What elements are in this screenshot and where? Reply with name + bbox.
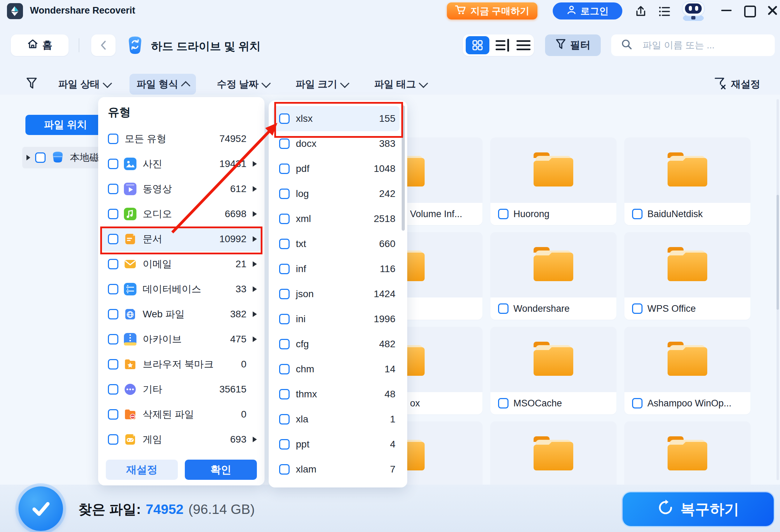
type-menu-item-아카이브[interactable]: 아카이브475 xyxy=(102,327,261,352)
checkbox[interactable] xyxy=(108,384,118,395)
folder-checkbox[interactable] xyxy=(632,398,643,408)
checkbox[interactable] xyxy=(279,439,290,450)
checkbox[interactable] xyxy=(279,289,290,299)
type-menu-item-삭제된 파일[interactable]: 삭제된 파일0 xyxy=(102,402,261,427)
login-button[interactable]: 로그인 xyxy=(553,2,622,19)
folder-card-ox[interactable]: ox xyxy=(407,327,482,414)
filter-chip-4[interactable]: 파일 태그 xyxy=(367,74,434,95)
checkbox[interactable] xyxy=(108,159,118,169)
extension-item-ppt[interactable]: ppt4 xyxy=(273,432,400,457)
submenu-scrollbar-thumb[interactable] xyxy=(402,105,405,231)
checkbox[interactable] xyxy=(279,339,290,349)
checkbox[interactable] xyxy=(279,389,290,399)
window-scrollbar-thumb[interactable] xyxy=(777,195,779,310)
folder-card-BaiduNetdisk[interactable]: BaiduNetdisk xyxy=(624,137,750,225)
expand-arrow-icon[interactable] xyxy=(26,155,30,160)
type-menu-item-동영상[interactable]: 동영상612 xyxy=(102,176,261,201)
checkbox[interactable] xyxy=(108,259,118,269)
reset-filters-button[interactable]: 재설정 xyxy=(714,74,760,95)
extension-item-xml[interactable]: xml2518 xyxy=(273,206,400,231)
list-detail-view-button[interactable] xyxy=(495,38,511,54)
folder-checkbox[interactable] xyxy=(498,303,509,314)
drive-tree-item[interactable]: 本地磁 xyxy=(22,147,104,168)
extension-item-txt[interactable]: txt660 xyxy=(273,231,400,256)
search-box[interactable] xyxy=(611,34,775,56)
type-menu-item-사진[interactable]: 사진19431 xyxy=(102,151,261,176)
type-menu-item-기타[interactable]: 기타35615 xyxy=(102,377,261,402)
extension-item-json[interactable]: json1424 xyxy=(273,281,400,307)
extension-item-xlam[interactable]: xlam7 xyxy=(273,457,400,482)
checkbox[interactable] xyxy=(108,334,118,344)
list-view-button[interactable] xyxy=(516,38,531,54)
checkbox[interactable] xyxy=(279,239,290,249)
folder-checkbox[interactable] xyxy=(632,209,643,219)
type-confirm-button[interactable]: 확인 xyxy=(185,460,257,480)
checkbox[interactable] xyxy=(279,464,290,475)
checkbox[interactable] xyxy=(108,284,118,294)
checkbox[interactable] xyxy=(108,209,118,219)
type-menu-item-모든 유형[interactable]: 모든 유형74952 xyxy=(102,126,261,151)
checkbox[interactable] xyxy=(108,359,118,370)
checkbox[interactable] xyxy=(108,434,118,445)
checkbox[interactable] xyxy=(108,134,118,144)
checkbox[interactable] xyxy=(108,309,118,319)
checkbox[interactable] xyxy=(279,364,290,374)
type-reset-button[interactable]: 재설정 xyxy=(106,460,178,480)
filter-button[interactable]: 필터 xyxy=(545,34,601,56)
share-icon[interactable] xyxy=(634,5,647,18)
filter-chip-3[interactable]: 파일 크기 xyxy=(289,74,355,95)
back-button[interactable] xyxy=(91,34,116,56)
filter-chip-2[interactable]: 수정 날짜 xyxy=(210,74,276,95)
checkbox[interactable] xyxy=(279,314,290,324)
checkbox[interactable] xyxy=(279,264,290,274)
folder-card-MSOCache[interactable]: MSOCache xyxy=(490,327,616,414)
extension-item-pdf[interactable]: pdf1048 xyxy=(273,156,400,181)
folder-card-Ashampoo WinOp...[interactable]: Ashampoo WinOp... xyxy=(624,327,750,414)
checkbox[interactable] xyxy=(279,164,290,174)
search-input[interactable] xyxy=(642,40,758,51)
checkbox[interactable] xyxy=(279,414,290,424)
checkbox[interactable] xyxy=(108,234,118,244)
checkbox[interactable] xyxy=(279,138,290,149)
extension-item-ini[interactable]: ini1996 xyxy=(273,307,400,332)
type-menu-item-데이터베이스[interactable]: 데이터베이스33 xyxy=(102,277,261,302)
recover-button[interactable]: 복구하기 xyxy=(622,491,775,527)
folder-card-Wondershare[interactable]: Wondershare xyxy=(490,232,616,320)
minimize-button[interactable] xyxy=(721,10,732,11)
type-menu-item-문서[interactable]: 문서10992 xyxy=(102,227,261,252)
extension-item-cfg[interactable]: cfg482 xyxy=(273,332,400,357)
folder-card-WPS Office[interactable]: WPS Office xyxy=(624,232,750,320)
extension-item-thmx[interactable]: thmx48 xyxy=(273,382,400,407)
maximize-button[interactable] xyxy=(744,6,756,17)
close-button[interactable] xyxy=(767,5,778,15)
folder-checkbox[interactable] xyxy=(498,209,509,219)
checkbox[interactable] xyxy=(279,189,290,199)
type-menu-item-Web 파일[interactable]: Web 파일382 xyxy=(102,302,261,327)
filter-chip-0[interactable]: 파일 상태 xyxy=(51,74,118,95)
grid-view-button[interactable] xyxy=(466,36,489,54)
folder-card-Volume Inf...[interactable]: Volume Inf... xyxy=(407,137,482,225)
checkbox[interactable] xyxy=(279,113,290,124)
task-list-icon[interactable] xyxy=(658,5,671,18)
extension-item-xla[interactable]: xla1 xyxy=(273,407,400,432)
type-menu-item-오디오[interactable]: 오디오6698 xyxy=(102,201,261,227)
checkbox[interactable] xyxy=(108,409,118,420)
checkbox[interactable] xyxy=(279,214,290,224)
checkbox[interactable] xyxy=(108,184,118,194)
type-menu-item-브라우저 북마크[interactable]: 브라우저 북마크0 xyxy=(102,352,261,377)
drive-checkbox[interactable] xyxy=(35,152,46,163)
extension-item-xlsx[interactable]: xlsx155 xyxy=(273,106,400,131)
buy-now-button[interactable]: 지금 구매하기 xyxy=(447,2,537,19)
type-menu-item-이메일[interactable]: 이메일21 xyxy=(102,252,261,277)
folder-card[interactable] xyxy=(407,232,482,320)
extension-item-inf[interactable]: inf116 xyxy=(273,256,400,281)
folder-checkbox[interactable] xyxy=(498,398,509,408)
folder-checkbox[interactable] xyxy=(632,303,643,314)
folder-card-Huorong[interactable]: Huorong xyxy=(490,137,616,225)
extension-item-log[interactable]: log242 xyxy=(273,181,400,206)
type-menu-item-게임[interactable]: 게임693 xyxy=(102,427,261,452)
assistant-robot-avatar[interactable] xyxy=(677,0,710,22)
file-location-tab[interactable]: 파일 위치 xyxy=(25,115,105,135)
extension-item-docx[interactable]: docx383 xyxy=(273,131,400,156)
extension-item-chm[interactable]: chm14 xyxy=(273,357,400,382)
